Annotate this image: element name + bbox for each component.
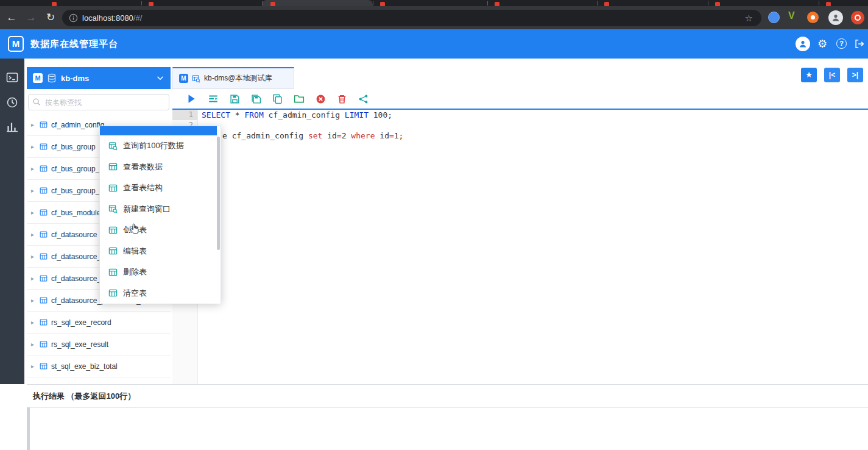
menu-item-edit-table[interactable]: 编辑表 <box>100 241 221 262</box>
extension-globe-icon[interactable] <box>768 12 780 23</box>
table-search <box>28 94 169 110</box>
table-row[interactable]: ▸rs_sql_exe_result <box>27 334 171 355</box>
browser-menu-icon[interactable] <box>851 11 864 24</box>
save-as-button[interactable] <box>251 94 261 104</box>
format-sql-button[interactable] <box>208 93 219 104</box>
menu-item-query-100[interactable]: 查询前100行数据 <box>100 135 221 157</box>
url-text[interactable]: localhost:8080/#/ <box>82 10 142 26</box>
sql-token: * <box>230 110 244 120</box>
bookmark-star-icon[interactable]: ☆ <box>745 10 753 26</box>
tab-divider <box>597 1 598 5</box>
caret-right-icon[interactable]: ▸ <box>31 121 40 128</box>
results-scrollbar[interactable] <box>27 407 30 450</box>
table-name: cf_datasource <box>51 230 97 239</box>
caret-right-icon[interactable]: ▸ <box>31 275 40 282</box>
address-bar[interactable]: localhost:8080/#/ ☆ <box>62 10 761 26</box>
editor-line-3[interactable]: e cf_admin_config set id=2 where id=1; <box>202 130 868 141</box>
code-area[interactable]: SELECT * FROM cf_admin_config LIMIT 100;… <box>202 110 868 141</box>
chevron-down-icon[interactable] <box>156 74 164 82</box>
caret-right-icon[interactable]: ▸ <box>31 341 40 348</box>
menu-item-view-data[interactable]: 查看表数据 <box>100 157 221 178</box>
caret-right-icon[interactable]: ▸ <box>31 187 40 194</box>
app-logo-badge: M <box>33 73 43 83</box>
extension-v-icon[interactable]: V <box>788 10 795 21</box>
caret-right-icon[interactable]: ▸ <box>31 209 40 216</box>
menu-item-new-query[interactable]: 新建查询窗口 <box>100 199 221 220</box>
menu-item-label: 查看表结构 <box>123 182 163 193</box>
terminal-icon[interactable] <box>6 71 18 84</box>
tab-divider <box>141 1 142 5</box>
reload-icon[interactable]: ↻ <box>43 6 58 29</box>
menu-item-view-structure[interactable]: 查看表结构 <box>100 177 221 199</box>
clear-button[interactable] <box>337 94 347 104</box>
line-number: 1 <box>172 110 197 120</box>
sidebar-rail <box>0 59 24 384</box>
query-icon <box>192 74 200 83</box>
app-logo[interactable]: M <box>8 36 24 52</box>
table-icon <box>40 121 48 129</box>
tab-divider <box>262 1 263 5</box>
table-icon <box>40 143 48 151</box>
stop-button[interactable] <box>316 94 326 104</box>
menu-item-delete-table[interactable]: 删除表 <box>100 262 221 283</box>
search-input[interactable] <box>28 94 169 110</box>
collapse-right-button[interactable]: >| <box>847 68 863 82</box>
forward-icon[interactable]: → <box>23 6 39 29</box>
sql-token: SELECT <box>202 110 230 120</box>
query-tab[interactable]: M kb-dms@本地测试库 <box>172 67 294 89</box>
menu-item-create-table[interactable]: 创建表 <box>100 220 221 241</box>
context-menu-scrollbar[interactable] <box>217 137 220 250</box>
extension-target-icon[interactable] <box>807 12 819 23</box>
create-table-icon <box>108 226 118 235</box>
context-menu-item-partial[interactable] <box>100 126 217 135</box>
sql-token: = <box>389 131 394 140</box>
favorite-button[interactable]: ★ <box>801 68 817 82</box>
caret-right-icon[interactable]: ▸ <box>31 143 40 150</box>
collapse-left-button[interactable]: |< <box>824 68 840 82</box>
table-icon <box>40 274 48 282</box>
menu-item-truncate-table[interactable]: 清空表 <box>100 283 221 304</box>
results-header: 执行结果 （最多返回100行） <box>27 384 868 407</box>
url-path: /#/ <box>133 13 142 23</box>
sql-token: id <box>322 131 336 140</box>
caret-right-icon[interactable]: ▸ <box>31 165 40 172</box>
table-icon <box>40 318 48 326</box>
back-icon[interactable]: ← <box>4 6 19 29</box>
caret-right-icon[interactable]: ▸ <box>31 297 40 304</box>
table-icon <box>40 296 48 304</box>
open-button[interactable] <box>294 93 305 104</box>
history-icon[interactable] <box>6 96 18 109</box>
db-selector[interactable]: M kb-dms <box>27 67 171 89</box>
table-row[interactable]: ▸st_sql_exe_biz_total <box>27 355 171 377</box>
table-icon <box>40 230 48 238</box>
copy-button[interactable] <box>272 94 283 104</box>
gear-icon[interactable]: ⚙ <box>817 29 827 59</box>
run-button[interactable] <box>186 93 197 104</box>
menu-item-label: 删除表 <box>123 266 147 277</box>
caret-right-icon[interactable]: ▸ <box>31 253 40 260</box>
chart-icon[interactable] <box>6 121 18 133</box>
editor-line-2[interactable] <box>202 120 868 130</box>
table-name: rs_sql_exe_result <box>51 340 108 349</box>
table-name: cf_datasource_ <box>51 274 101 283</box>
site-info-icon[interactable] <box>69 13 78 23</box>
tab-divider <box>708 1 708 5</box>
save-button[interactable] <box>230 94 240 104</box>
caret-right-icon[interactable]: ▸ <box>31 231 40 238</box>
caret-right-icon[interactable]: ▸ <box>31 363 40 370</box>
sql-token: cf_admin_config <box>264 110 345 120</box>
help-icon[interactable]: ? <box>836 38 847 49</box>
user-avatar[interactable] <box>796 37 810 51</box>
browser-tab-active[interactable] <box>262 0 373 6</box>
query-tab-label: kb-dms@本地测试库 <box>204 73 272 84</box>
table-row[interactable]: ▸rs_sql_exe_record <box>27 312 171 334</box>
url-host: localhost:8080 <box>82 13 133 23</box>
logout-icon[interactable] <box>854 38 865 49</box>
caret-right-icon[interactable]: ▸ <box>31 319 40 326</box>
sql-editor[interactable]: 1 2 3 SELECT * FROM cf_admin_config LIMI… <box>172 110 868 384</box>
editor-line-1[interactable]: SELECT * FROM cf_admin_config LIMIT 100; <box>202 110 868 120</box>
sql-token: id <box>375 131 389 140</box>
share-button[interactable] <box>358 94 369 104</box>
browser-profile-avatar[interactable] <box>828 10 843 25</box>
sql-token: 100; <box>369 110 392 120</box>
